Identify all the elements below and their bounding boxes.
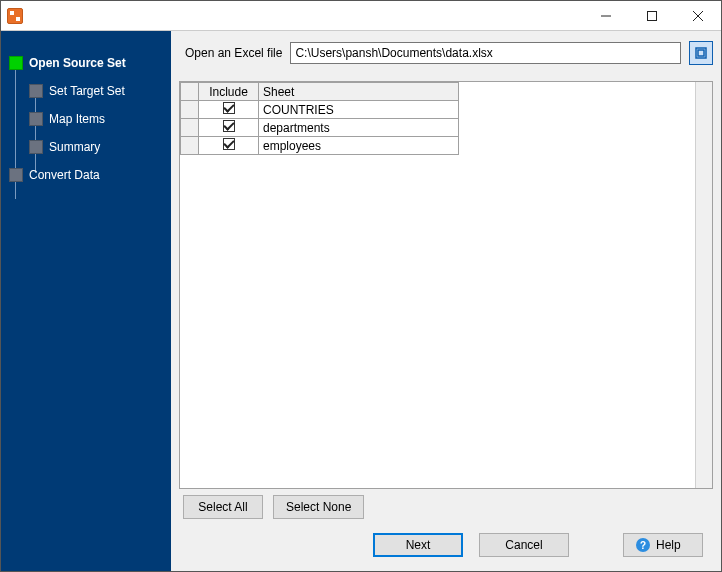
include-header[interactable]: Include	[199, 83, 259, 101]
nav-item-label: Map Items	[49, 112, 105, 126]
sheet-cell[interactable]: departments	[259, 119, 459, 137]
nav-item-convert-data[interactable]: Convert Data	[9, 161, 171, 189]
nav-item-label: Open Source Set	[29, 56, 126, 70]
include-checkbox[interactable]	[223, 120, 235, 132]
wizard-sidebar: Open Source SetSet Target SetMap ItemsSu…	[1, 31, 171, 571]
sheet-header[interactable]: Sheet	[259, 83, 459, 101]
help-icon: ?	[636, 538, 650, 552]
nav-item-label: Set Target Set	[49, 84, 125, 98]
sheet-grid-container: Include Sheet COUNTRIESdepartmentsemploy…	[179, 81, 713, 489]
close-button[interactable]	[675, 1, 721, 31]
corner-header	[181, 83, 199, 101]
help-button[interactable]: ? Help	[623, 533, 703, 557]
table-row: COUNTRIES	[181, 101, 459, 119]
help-label: Help	[656, 538, 681, 552]
row-header[interactable]	[181, 119, 199, 137]
include-cell[interactable]	[199, 101, 259, 119]
sheet-cell[interactable]: employees	[259, 137, 459, 155]
nav-item-set-target-set[interactable]: Set Target Set	[29, 77, 171, 105]
cancel-button[interactable]: Cancel	[479, 533, 569, 557]
nav-step-icon	[29, 112, 43, 126]
file-path-input[interactable]	[290, 42, 681, 64]
include-checkbox[interactable]	[223, 102, 235, 114]
maximize-icon	[647, 11, 657, 21]
nav-step-icon	[29, 84, 43, 98]
nav-item-label: Summary	[49, 140, 100, 154]
main-panel: Open an Excel file Include Sheet COUNTRI…	[171, 31, 721, 571]
vertical-scrollbar[interactable]	[695, 82, 712, 488]
svg-rect-5	[698, 50, 704, 56]
nav-step-icon	[9, 56, 23, 70]
minimize-icon	[601, 11, 611, 21]
browse-icon	[694, 46, 708, 60]
titlebar	[1, 1, 721, 31]
include-cell[interactable]	[199, 137, 259, 155]
row-header[interactable]	[181, 137, 199, 155]
nav-step-icon	[29, 140, 43, 154]
app-icon	[7, 8, 23, 24]
next-button[interactable]: Next	[373, 533, 463, 557]
nav-item-summary[interactable]: Summary	[29, 133, 171, 161]
nav-item-open-source-set[interactable]: Open Source Set	[9, 49, 171, 77]
select-all-button[interactable]: Select All	[183, 495, 263, 519]
table-row: departments	[181, 119, 459, 137]
nav-item-map-items[interactable]: Map Items	[29, 105, 171, 133]
sheet-cell[interactable]: COUNTRIES	[259, 101, 459, 119]
include-cell[interactable]	[199, 119, 259, 137]
svg-rect-1	[648, 11, 657, 20]
close-icon	[693, 11, 703, 21]
browse-button[interactable]	[689, 41, 713, 65]
minimize-button[interactable]	[583, 1, 629, 31]
sheet-grid: Include Sheet COUNTRIESdepartmentsemploy…	[180, 82, 459, 155]
row-header[interactable]	[181, 101, 199, 119]
table-row: employees	[181, 137, 459, 155]
select-none-button[interactable]: Select None	[273, 495, 364, 519]
nav-step-icon	[9, 168, 23, 182]
include-checkbox[interactable]	[223, 138, 235, 150]
open-file-label: Open an Excel file	[179, 46, 282, 60]
maximize-button[interactable]	[629, 1, 675, 31]
nav-item-label: Convert Data	[29, 168, 100, 182]
